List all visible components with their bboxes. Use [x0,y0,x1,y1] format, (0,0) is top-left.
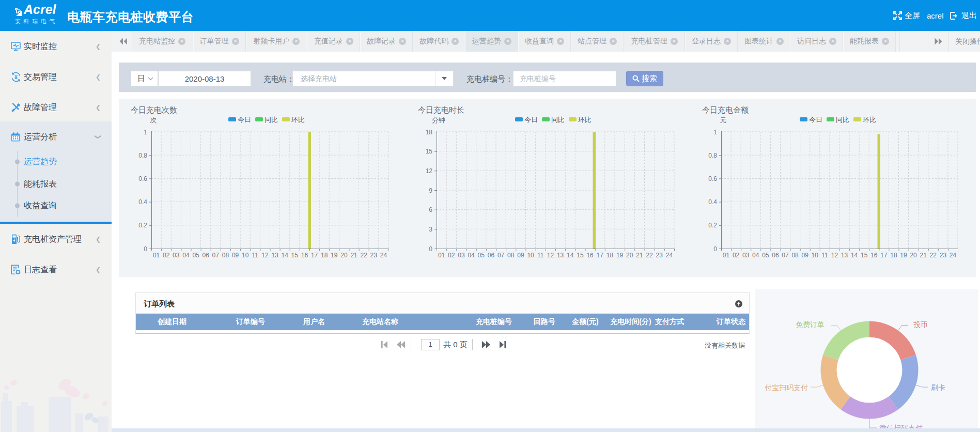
svg-text:07: 07 [782,252,789,259]
svg-text:同比: 同比 [551,116,565,124]
svg-text:23: 23 [656,252,663,259]
svg-text:22: 22 [646,252,653,259]
svg-text:19: 19 [900,252,907,259]
svg-text:24: 24 [380,252,387,259]
svg-text:1: 1 [713,129,717,136]
svg-text:07: 07 [497,252,505,259]
svg-text:今日: 今日 [524,116,538,124]
svg-text:01: 01 [438,252,445,259]
svg-text:04: 04 [468,252,475,259]
svg-text:元: 元 [720,116,727,124]
svg-text:15: 15 [577,252,584,259]
svg-text:0.4: 0.4 [138,198,147,206]
svg-text:环比: 环比 [578,116,592,124]
svg-text:15: 15 [291,252,299,259]
svg-text:17: 17 [880,252,888,259]
svg-text:12: 12 [547,252,554,259]
svg-text:今日: 今日 [809,116,822,124]
svg-text:20: 20 [340,252,348,259]
svg-text:付宝扫码支付: 付宝扫码支付 [765,383,808,392]
svg-text:17: 17 [311,252,318,259]
svg-text:17: 17 [597,252,604,259]
svg-text:02: 02 [163,252,170,259]
svg-text:18: 18 [321,252,328,259]
svg-text:05: 05 [762,252,769,259]
svg-text:19: 19 [331,252,338,259]
svg-text:0.8: 0.8 [138,152,147,159]
svg-text:06: 06 [772,252,779,259]
svg-text:0.2: 0.2 [138,222,147,229]
svg-text:01: 01 [723,252,730,259]
svg-text:今日充电金额: 今日充电金额 [702,105,749,114]
svg-text:0.6: 0.6 [138,175,147,182]
svg-text:21: 21 [350,252,357,259]
svg-text:21: 21 [920,252,927,259]
svg-text:20: 20 [626,252,633,259]
svg-text:24: 24 [666,252,673,259]
svg-text:13: 13 [271,252,278,259]
svg-text:次: 次 [150,116,157,124]
svg-text:免费订单: 免费订单 [796,320,825,329]
svg-text:06: 06 [203,252,210,259]
svg-text:02: 02 [448,252,455,259]
svg-text:0: 0 [144,245,147,253]
svg-text:0: 0 [713,245,717,253]
svg-text:05: 05 [478,252,485,259]
svg-text:02: 02 [733,252,740,259]
svg-text:今日: 今日 [238,116,251,124]
svg-text:06: 06 [488,252,495,259]
svg-text:18: 18 [426,129,433,136]
svg-text:05: 05 [192,252,199,259]
svg-text:16: 16 [870,252,878,259]
svg-text:16: 16 [586,252,594,259]
svg-text:11: 11 [821,252,828,259]
svg-text:0.4: 0.4 [708,198,717,206]
svg-text:12: 12 [426,167,433,175]
svg-text:24: 24 [950,252,957,259]
svg-text:14: 14 [567,252,574,259]
svg-text:11: 11 [537,252,544,259]
svg-text:¥: ¥ [14,74,18,80]
svg-text:08: 08 [791,252,799,259]
svg-text:08: 08 [507,252,515,259]
svg-text:22: 22 [361,252,368,259]
svg-text:同比: 同比 [265,116,278,124]
svg-text:04: 04 [182,252,190,259]
svg-text:20: 20 [910,252,917,259]
svg-text:13: 13 [557,252,564,259]
svg-text:环比: 环比 [862,116,876,124]
svg-text:9: 9 [429,187,432,194]
svg-text:01: 01 [153,252,160,259]
svg-text:11: 11 [252,252,259,259]
svg-text:环比: 环比 [291,116,305,124]
svg-text:18: 18 [606,252,614,259]
svg-text:今日充电次数: 今日充电次数 [131,105,177,114]
svg-text:18: 18 [890,252,897,259]
svg-text:09: 09 [232,252,239,259]
svg-text:0: 0 [429,245,432,253]
svg-text:0.2: 0.2 [708,222,717,229]
svg-text:23: 23 [370,252,378,259]
svg-text:15: 15 [861,252,868,259]
svg-text:15: 15 [426,148,433,155]
svg-text:0.6: 0.6 [708,175,717,182]
svg-text:09: 09 [802,252,809,259]
svg-text:22: 22 [930,252,937,259]
svg-text:03: 03 [458,252,465,259]
svg-text:分钟: 分钟 [432,116,445,124]
svg-text:21: 21 [636,252,643,259]
svg-text:03: 03 [742,252,750,259]
svg-text:14: 14 [282,252,289,259]
svg-text:6: 6 [429,206,432,213]
svg-text:刷卡: 刷卡 [931,383,945,392]
svg-text:03: 03 [173,252,180,259]
svg-text:1: 1 [144,129,147,136]
svg-text:10: 10 [242,252,249,259]
svg-text:23: 23 [940,252,947,259]
svg-text:同比: 同比 [836,116,849,124]
svg-text:08: 08 [222,252,229,259]
svg-text:3: 3 [429,226,432,233]
svg-text:10: 10 [527,252,534,259]
svg-text:07: 07 [212,252,220,259]
svg-text:12: 12 [831,252,838,259]
